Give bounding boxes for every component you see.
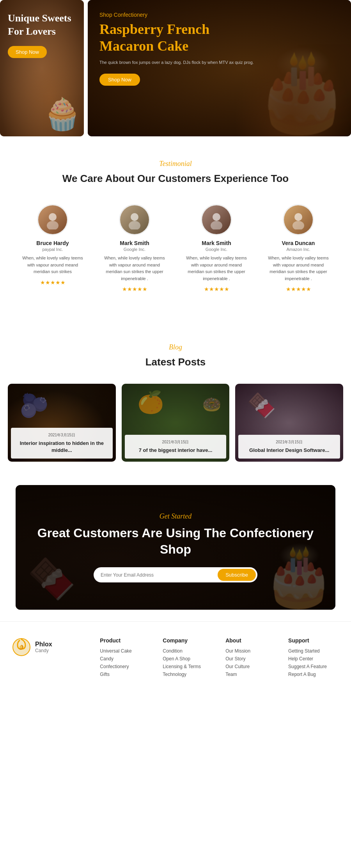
blog-post-title: Interior inspiration to hidden in the mi… [16, 440, 107, 454]
avatar [119, 204, 150, 235]
svg-point-7 [292, 221, 304, 229]
footer-link[interactable]: Open A Shop [163, 656, 214, 662]
blog-card[interactable]: 🍊 🍩 2021年3月15日 7 of the biggest interior… [122, 384, 230, 462]
hero-right-subtitle: Shop Confectionery [99, 12, 339, 18]
svg-point-6 [294, 213, 302, 221]
footer-product-column: Product Universal Cake Candy Confectione… [100, 637, 151, 679]
blog-card-overlay: 2021年3月15日 Global Interior Design Softwa… [238, 435, 340, 459]
svg-point-0 [49, 213, 57, 221]
testimonial-text: When, while lovely valley teems with vap… [183, 255, 250, 282]
footer-link[interactable]: Licensing & Terms [163, 664, 214, 669]
footer-link[interactable]: Team [225, 672, 277, 677]
footer-brand-text: Phlox Candy [35, 641, 52, 653]
testimonial-card: Bruce Hardy paypal Inc. When, while love… [16, 200, 90, 296]
svg-point-2 [131, 213, 138, 221]
hero-section: 🧁 Unique Sweets For Lovers Shop Now 🎂 Sh… [0, 0, 351, 136]
testimonial-card: Mark Smith Google Inc. When, while lovel… [98, 200, 172, 296]
footer-link[interactable]: Our Story [225, 656, 277, 662]
testimonial-stars: ★★★★★ [183, 286, 250, 293]
blog-date: 2021年3月15日 [16, 432, 107, 438]
blog-card[interactable]: 🍫 2021年3月15日 Global Interior Design Soft… [235, 384, 343, 462]
footer-company-column: Company Condition Open A Shop Licensing … [163, 637, 214, 679]
footer-link[interactable]: Confectionery [100, 664, 151, 669]
testimonial-title: We Care About Our Customers Experience T… [16, 173, 335, 185]
blog-card-overlay: 2021年3月15日 7 of the biggest interior hav… [125, 435, 227, 459]
blog-grid: 🫐 2021年3月15日 Interior inspiration to hid… [8, 384, 343, 462]
testimonial-text: When, while lovely valley teems with vap… [20, 255, 86, 275]
hero-right-shop-button[interactable]: Shop Now [99, 74, 140, 86]
blog-card[interactable]: 🫐 2021年3月15日 Interior inspiration to hid… [8, 384, 116, 462]
testimonial-name: Mark Smith [183, 240, 250, 246]
testimonial-company: Google Inc. [101, 247, 168, 252]
footer-brand: Phlox Candy [12, 637, 88, 657]
brand-logo-icon [12, 637, 31, 657]
footer-link[interactable]: Suggest A Feature [288, 664, 339, 669]
blog-date: 2021年3月15日 [244, 439, 335, 445]
footer-company-title: Company [163, 637, 214, 644]
testimonial-name: Mark Smith [101, 240, 168, 246]
footer-brand-name: Phlox [35, 641, 52, 648]
footer-link[interactable]: Our Culture [225, 664, 277, 669]
cta-form: Subscribe [94, 567, 257, 582]
testimonial-text: When, while lovely valley teems with vap… [101, 255, 168, 282]
cta-content: Get Started Great Customers Are Using Th… [16, 497, 335, 598]
avatar [37, 204, 68, 235]
hero-right-description: The quick brown fox jumps over a lazy do… [99, 59, 339, 66]
svg-point-1 [47, 221, 58, 229]
footer-link[interactable]: Candy [100, 656, 151, 662]
footer: Phlox Candy Product Universal Cake Candy… [0, 621, 351, 687]
svg-point-3 [129, 221, 140, 229]
svg-point-5 [211, 221, 222, 229]
footer-link[interactable]: Report A Bug [288, 672, 339, 677]
footer-link[interactable]: Help Center [288, 656, 339, 662]
footer-support-title: Support [288, 637, 339, 644]
testimonial-stars: ★★★★★ [101, 286, 168, 293]
footer-grid: Phlox Candy Product Universal Cake Candy… [12, 637, 339, 679]
testimonial-card: Mark Smith Google Inc. When, while lovel… [179, 200, 254, 296]
testimonial-text: When, while lovely valley teems with vap… [265, 255, 332, 282]
avatar [283, 204, 314, 235]
subscribe-button[interactable]: Subscribe [218, 569, 256, 581]
testimonial-stars: ★★★★★ [265, 286, 332, 293]
testimonial-company: Google Inc. [183, 247, 250, 252]
footer-link[interactable]: Condition [163, 648, 214, 654]
testimonial-company: Amazon Inc. [265, 247, 332, 252]
footer-link[interactable]: Technology [163, 672, 214, 677]
blog-date: 2021年3月15日 [130, 439, 221, 445]
avatar [201, 204, 232, 235]
hero-right-title: Raspberry French Macaron Cake [99, 21, 339, 55]
cta-tag: Get Started [31, 512, 320, 520]
hero-left-title: Unique Sweets For Lovers [8, 12, 76, 38]
footer-about-column: About Our Mission Our Story Our Culture … [225, 637, 277, 679]
testimonials-grid: Bruce Hardy paypal Inc. When, while love… [16, 200, 335, 296]
email-input[interactable] [101, 572, 218, 578]
blog-post-title: 7 of the biggest interior have... [130, 447, 221, 454]
svg-point-4 [213, 213, 220, 221]
testimonial-tag: Testimonial [16, 160, 335, 168]
footer-link[interactable]: Gifts [100, 672, 151, 677]
blog-tag: Blog [8, 343, 343, 351]
hero-left-shop-button[interactable]: Shop Now [8, 46, 47, 58]
footer-link[interactable]: Getting Started [288, 648, 339, 654]
testimonial-name: Vera Duncan [265, 240, 332, 246]
hero-right-panel: 🎂 Shop Confectionery Raspberry French Ma… [88, 0, 351, 136]
testimonial-company: paypal Inc. [20, 247, 86, 252]
cta-title: Great Customers Are Using The Confection… [31, 525, 320, 557]
blog-section: Blog Latest Posts 🫐 2021年3月15日 Interior … [0, 320, 351, 477]
footer-support-column: Support Getting Started Help Center Sugg… [288, 637, 339, 679]
footer-product-title: Product [100, 637, 151, 644]
testimonial-stars: ★★★★★ [20, 279, 86, 286]
footer-brand-sub: Candy [35, 648, 52, 653]
footer-logo [12, 637, 31, 657]
cta-wrapper: 🎂 🍫 Get Started Great Customers Are Usin… [0, 477, 351, 621]
cta-section: 🎂 🍫 Get Started Great Customers Are Usin… [16, 485, 335, 610]
blog-post-title: Global Interior Design Software... [244, 447, 335, 454]
footer-about-title: About [225, 637, 277, 644]
footer-link[interactable]: Our Mission [225, 648, 277, 654]
footer-link[interactable]: Universal Cake [100, 648, 151, 654]
hero-left-panel: 🧁 Unique Sweets For Lovers Shop Now [0, 0, 84, 136]
testimonial-card: Vera Duncan Amazon Inc. When, while love… [261, 200, 335, 296]
blog-card-overlay: 2021年3月15日 Interior inspiration to hidde… [11, 428, 113, 459]
testimonial-section: Testimonial We Care About Our Customers … [0, 136, 351, 320]
testimonial-name: Bruce Hardy [20, 240, 86, 246]
